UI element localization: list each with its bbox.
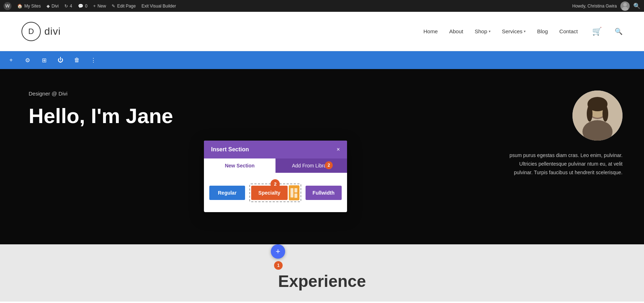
logo-text: divi: [44, 26, 61, 37]
shop-chevron-icon: ▾: [489, 29, 491, 33]
logo-letter: D: [28, 27, 34, 36]
tab-add-from-library[interactable]: Add From Library: [275, 158, 347, 173]
add-section-plus-button[interactable]: +: [271, 244, 285, 259]
specialty-layout-preview: [291, 188, 297, 198]
more-icon: ⋮: [91, 57, 96, 64]
wp-logo-icon[interactable]: W: [4, 2, 11, 10]
layout-button[interactable]: ⊞: [39, 55, 49, 65]
specialty-layout-icon[interactable]: [289, 185, 299, 200]
nav-contact[interactable]: Contact: [559, 28, 578, 34]
avatar: [572, 91, 623, 141]
admin-bar-right: Howdy, Christina Gwira 🔍: [572, 1, 640, 11]
main-content: Designer @ Divi Hello, I'm Jane psum pur…: [0, 69, 644, 302]
insert-section-modal-container: Insert Section × New Section Add From Li…: [204, 141, 347, 212]
admin-bar: W 🏠 My Sites ◆ Divi ↻ 4 💬 0 + New ✎ Edit…: [0, 0, 644, 12]
gray-section: Experience: [0, 244, 644, 302]
exit-label: Exit Visual Builder: [141, 4, 176, 9]
main-nav: Home About Shop ▾ Services ▾ Blog Contac…: [423, 27, 623, 36]
nav-services[interactable]: Services ▾: [502, 28, 526, 34]
insert-section-modal: Insert Section × New Section Add From Li…: [204, 141, 347, 212]
comments-button[interactable]: 💬 0: [78, 4, 88, 9]
add-icon: +: [9, 57, 13, 63]
specialty-section-button[interactable]: Specialty: [251, 186, 287, 200]
regular-section-button[interactable]: Regular: [209, 186, 245, 200]
new-button[interactable]: + New: [93, 4, 106, 9]
hero-subtitle: Designer @ Divi: [29, 91, 401, 97]
delete-button[interactable]: 🗑: [72, 55, 82, 65]
refresh-icon: ↻: [64, 4, 68, 9]
site-logo[interactable]: D divi: [21, 22, 61, 41]
nav-shop[interactable]: Shop ▾: [475, 28, 491, 34]
gear-icon: ⚙: [25, 57, 30, 64]
svg-point-0: [623, 3, 627, 6]
divi-icon: ◆: [47, 4, 50, 9]
modal-tabs: New Section Add From Library 2: [204, 158, 347, 173]
nav-home[interactable]: Home: [423, 28, 438, 34]
power-icon: ⏻: [58, 57, 63, 63]
my-sites-menu[interactable]: 🏠 My Sites: [17, 4, 41, 9]
hero-title: Hello, I'm Jane: [29, 104, 401, 128]
logo-circle: D: [21, 22, 41, 41]
avatar[interactable]: [620, 1, 630, 11]
add-icon: +: [93, 4, 96, 9]
divi-label: Divi: [52, 4, 59, 9]
specialty-group: 2 Specialty: [249, 184, 301, 202]
fullwidth-section-button[interactable]: Fullwidth: [306, 186, 342, 200]
modal-header: Insert Section ×: [204, 141, 347, 158]
cart-icon[interactable]: 🛒: [592, 27, 602, 36]
library-tab-badge: 2: [325, 161, 333, 169]
power-button[interactable]: ⏻: [55, 55, 66, 65]
hero-body-text: psum purus egestas diam cras. Leo enim, …: [501, 151, 623, 177]
hero-right: psum purus egestas diam cras. Leo enim, …: [429, 69, 644, 244]
settings-button[interactable]: ⚙: [22, 55, 33, 65]
divi-menu[interactable]: ◆ Divi: [47, 4, 59, 9]
add-section-button[interactable]: +: [6, 55, 16, 65]
badge-1: 1: [274, 261, 283, 270]
builder-toolbar: + ⚙ ⊞ ⏻ 🗑 ⋮: [0, 51, 644, 69]
new-label: New: [97, 4, 106, 9]
sites-icon: 🏠: [17, 4, 23, 9]
svg-point-8: [602, 106, 608, 122]
comments-count: 0: [85, 4, 88, 9]
svg-point-7: [587, 106, 592, 122]
svg-point-1: [622, 7, 628, 11]
edit-page-button[interactable]: ✎ Edit Page: [112, 4, 136, 9]
close-icon[interactable]: ×: [337, 147, 340, 152]
updates-count: 4: [70, 4, 72, 9]
my-sites-label: My Sites: [24, 4, 41, 9]
more-options-button[interactable]: ⋮: [88, 55, 99, 65]
nav-blog[interactable]: Blog: [537, 28, 548, 34]
exit-builder-button[interactable]: Exit Visual Builder: [141, 4, 176, 9]
comment-icon: 💬: [78, 4, 83, 9]
updates-button[interactable]: ↻ 4: [64, 4, 72, 9]
layout-icon: ⊞: [42, 57, 47, 64]
nav-about[interactable]: About: [449, 28, 463, 34]
site-header: D divi Home About Shop ▾ Services ▾ Blog…: [0, 12, 644, 51]
user-greeting: Howdy, Christina Gwira: [572, 4, 617, 9]
nav-search-icon[interactable]: 🔍: [615, 28, 623, 35]
experience-title: Experience: [278, 272, 366, 291]
modal-body: Regular 2 Specialty: [204, 173, 347, 212]
specialty-badge: 2: [270, 179, 280, 189]
modal-title: Insert Section: [211, 146, 249, 153]
tab-new-section[interactable]: New Section: [204, 158, 275, 173]
edit-icon: ✎: [112, 4, 115, 9]
search-icon[interactable]: 🔍: [633, 3, 640, 9]
edit-page-label: Edit Page: [117, 4, 136, 9]
trash-icon: 🗑: [74, 57, 80, 63]
services-chevron-icon: ▾: [524, 29, 526, 33]
